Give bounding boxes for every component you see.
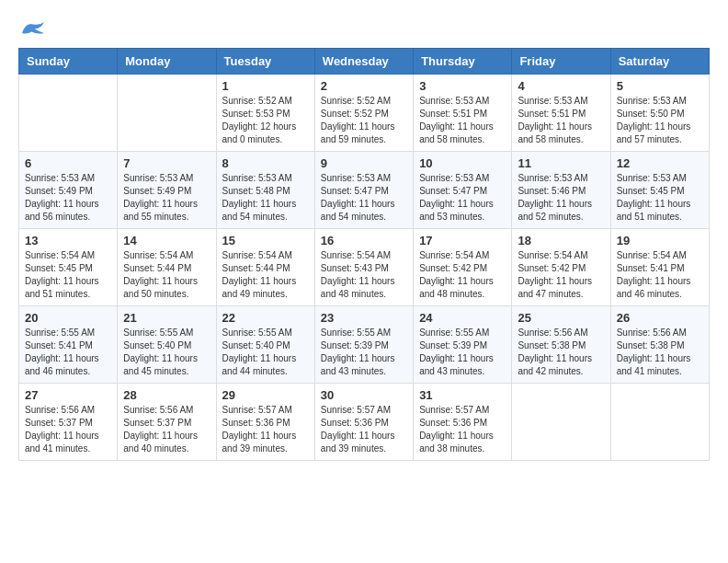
calendar-cell: 29Sunrise: 5:57 AM Sunset: 5:36 PM Dayli… xyxy=(216,384,314,461)
day-number: 13 xyxy=(25,234,111,247)
logo xyxy=(18,18,51,40)
day-info: Sunrise: 5:53 AM Sunset: 5:48 PM Dayligh… xyxy=(222,172,309,224)
calendar-cell: 23Sunrise: 5:55 AM Sunset: 5:39 PM Dayli… xyxy=(314,306,413,384)
day-info: Sunrise: 5:54 AM Sunset: 5:44 PM Dayligh… xyxy=(222,249,309,301)
calendar-cell: 10Sunrise: 5:53 AM Sunset: 5:47 PM Dayli… xyxy=(414,152,512,229)
header-wednesday: Wednesday xyxy=(314,49,413,75)
calendar-cell: 20Sunrise: 5:55 AM Sunset: 5:41 PM Dayli… xyxy=(19,306,118,384)
day-number: 15 xyxy=(222,234,309,247)
header-thursday: Thursday xyxy=(414,49,512,75)
day-number: 4 xyxy=(518,79,604,93)
day-number: 25 xyxy=(518,311,604,325)
calendar-cell: 3Sunrise: 5:53 AM Sunset: 5:51 PM Daylig… xyxy=(414,75,512,152)
day-info: Sunrise: 5:54 AM Sunset: 5:42 PM Dayligh… xyxy=(419,249,506,301)
calendar-cell: 4Sunrise: 5:53 AM Sunset: 5:51 PM Daylig… xyxy=(512,75,610,152)
day-number: 30 xyxy=(321,388,407,402)
calendar-cell: 2Sunrise: 5:52 AM Sunset: 5:52 PM Daylig… xyxy=(314,75,413,152)
day-number: 10 xyxy=(419,156,506,170)
calendar-cell: 25Sunrise: 5:56 AM Sunset: 5:38 PM Dayli… xyxy=(512,306,610,384)
calendar-cell: 27Sunrise: 5:56 AM Sunset: 5:37 PM Dayli… xyxy=(19,384,118,461)
day-number: 28 xyxy=(123,388,210,402)
day-number: 6 xyxy=(25,156,111,170)
day-number: 14 xyxy=(123,234,210,247)
day-info: Sunrise: 5:53 AM Sunset: 5:45 PM Dayligh… xyxy=(617,172,703,224)
day-info: Sunrise: 5:56 AM Sunset: 5:37 PM Dayligh… xyxy=(123,404,210,455)
day-number: 1 xyxy=(222,79,309,93)
calendar-cell: 21Sunrise: 5:55 AM Sunset: 5:40 PM Dayli… xyxy=(118,306,216,384)
calendar-cell: 24Sunrise: 5:55 AM Sunset: 5:39 PM Dayli… xyxy=(414,306,512,384)
calendar-cell: 17Sunrise: 5:54 AM Sunset: 5:42 PM Dayli… xyxy=(414,229,512,306)
day-info: Sunrise: 5:54 AM Sunset: 5:42 PM Dayligh… xyxy=(518,249,604,301)
day-info: Sunrise: 5:54 AM Sunset: 5:45 PM Dayligh… xyxy=(25,249,111,301)
calendar-cell: 6Sunrise: 5:53 AM Sunset: 5:49 PM Daylig… xyxy=(19,152,118,229)
day-info: Sunrise: 5:53 AM Sunset: 5:50 PM Dayligh… xyxy=(617,95,703,146)
day-info: Sunrise: 5:56 AM Sunset: 5:38 PM Dayligh… xyxy=(617,327,703,378)
header-friday: Friday xyxy=(512,49,610,75)
logo-icon xyxy=(18,18,48,40)
day-info: Sunrise: 5:54 AM Sunset: 5:41 PM Dayligh… xyxy=(617,249,703,301)
day-number: 11 xyxy=(518,156,604,170)
day-number: 26 xyxy=(617,311,703,325)
day-number: 23 xyxy=(321,311,407,325)
day-info: Sunrise: 5:57 AM Sunset: 5:36 PM Dayligh… xyxy=(419,404,506,455)
calendar-cell: 5Sunrise: 5:53 AM Sunset: 5:50 PM Daylig… xyxy=(610,75,709,152)
day-number: 3 xyxy=(419,79,506,93)
day-number: 9 xyxy=(321,156,407,170)
day-info: Sunrise: 5:53 AM Sunset: 5:46 PM Dayligh… xyxy=(518,172,604,224)
day-number: 22 xyxy=(222,311,309,325)
calendar-week-1: 1Sunrise: 5:52 AM Sunset: 5:53 PM Daylig… xyxy=(19,75,710,152)
calendar-cell: 11Sunrise: 5:53 AM Sunset: 5:46 PM Dayli… xyxy=(512,152,610,229)
day-info: Sunrise: 5:53 AM Sunset: 5:49 PM Dayligh… xyxy=(25,172,111,224)
calendar-cell: 22Sunrise: 5:55 AM Sunset: 5:40 PM Dayli… xyxy=(216,306,314,384)
calendar-cell: 28Sunrise: 5:56 AM Sunset: 5:37 PM Dayli… xyxy=(118,384,216,461)
day-number: 21 xyxy=(123,311,210,325)
calendar-week-5: 27Sunrise: 5:56 AM Sunset: 5:37 PM Dayli… xyxy=(19,384,710,461)
day-number: 12 xyxy=(617,156,703,170)
day-info: Sunrise: 5:56 AM Sunset: 5:38 PM Dayligh… xyxy=(518,327,604,378)
header-sunday: Sunday xyxy=(19,49,118,75)
calendar-cell: 12Sunrise: 5:53 AM Sunset: 5:45 PM Dayli… xyxy=(610,152,709,229)
day-info: Sunrise: 5:55 AM Sunset: 5:40 PM Dayligh… xyxy=(222,327,309,378)
day-number: 29 xyxy=(222,388,309,402)
header-saturday: Saturday xyxy=(610,49,709,75)
day-number: 5 xyxy=(617,79,703,93)
day-number: 7 xyxy=(123,156,210,170)
calendar-cell: 14Sunrise: 5:54 AM Sunset: 5:44 PM Dayli… xyxy=(118,229,216,306)
calendar-cell xyxy=(19,75,118,152)
day-info: Sunrise: 5:55 AM Sunset: 5:39 PM Dayligh… xyxy=(321,327,407,378)
day-info: Sunrise: 5:52 AM Sunset: 5:52 PM Dayligh… xyxy=(321,95,407,146)
page-header xyxy=(18,18,710,40)
day-info: Sunrise: 5:55 AM Sunset: 5:39 PM Dayligh… xyxy=(419,327,506,378)
calendar-cell: 16Sunrise: 5:54 AM Sunset: 5:43 PM Dayli… xyxy=(314,229,413,306)
calendar-cell: 18Sunrise: 5:54 AM Sunset: 5:42 PM Dayli… xyxy=(512,229,610,306)
header-tuesday: Tuesday xyxy=(216,49,314,75)
calendar-cell xyxy=(118,75,216,152)
day-number: 8 xyxy=(222,156,309,170)
day-number: 2 xyxy=(321,79,407,93)
day-number: 20 xyxy=(25,311,111,325)
calendar-cell: 9Sunrise: 5:53 AM Sunset: 5:47 PM Daylig… xyxy=(314,152,413,229)
day-info: Sunrise: 5:54 AM Sunset: 5:43 PM Dayligh… xyxy=(321,249,407,301)
day-info: Sunrise: 5:57 AM Sunset: 5:36 PM Dayligh… xyxy=(222,404,309,455)
day-info: Sunrise: 5:54 AM Sunset: 5:44 PM Dayligh… xyxy=(123,249,210,301)
calendar-cell: 8Sunrise: 5:53 AM Sunset: 5:48 PM Daylig… xyxy=(216,152,314,229)
day-number: 27 xyxy=(25,388,111,402)
calendar-cell: 19Sunrise: 5:54 AM Sunset: 5:41 PM Dayli… xyxy=(610,229,709,306)
day-number: 17 xyxy=(419,234,506,247)
calendar-cell: 31Sunrise: 5:57 AM Sunset: 5:36 PM Dayli… xyxy=(414,384,512,461)
day-number: 18 xyxy=(518,234,604,247)
day-number: 16 xyxy=(321,234,407,247)
day-info: Sunrise: 5:55 AM Sunset: 5:40 PM Dayligh… xyxy=(123,327,210,378)
calendar-cell: 7Sunrise: 5:53 AM Sunset: 5:49 PM Daylig… xyxy=(118,152,216,229)
calendar-cell: 15Sunrise: 5:54 AM Sunset: 5:44 PM Dayli… xyxy=(216,229,314,306)
calendar-cell: 30Sunrise: 5:57 AM Sunset: 5:36 PM Dayli… xyxy=(314,384,413,461)
day-info: Sunrise: 5:56 AM Sunset: 5:37 PM Dayligh… xyxy=(25,404,111,455)
calendar-cell xyxy=(512,384,610,461)
header-monday: Monday xyxy=(118,49,216,75)
calendar-table: SundayMondayTuesdayWednesdayThursdayFrid… xyxy=(18,48,710,461)
day-info: Sunrise: 5:53 AM Sunset: 5:49 PM Dayligh… xyxy=(123,172,210,224)
calendar-week-3: 13Sunrise: 5:54 AM Sunset: 5:45 PM Dayli… xyxy=(19,229,710,306)
day-info: Sunrise: 5:53 AM Sunset: 5:51 PM Dayligh… xyxy=(518,95,604,146)
day-number: 19 xyxy=(617,234,703,247)
day-info: Sunrise: 5:53 AM Sunset: 5:47 PM Dayligh… xyxy=(321,172,407,224)
